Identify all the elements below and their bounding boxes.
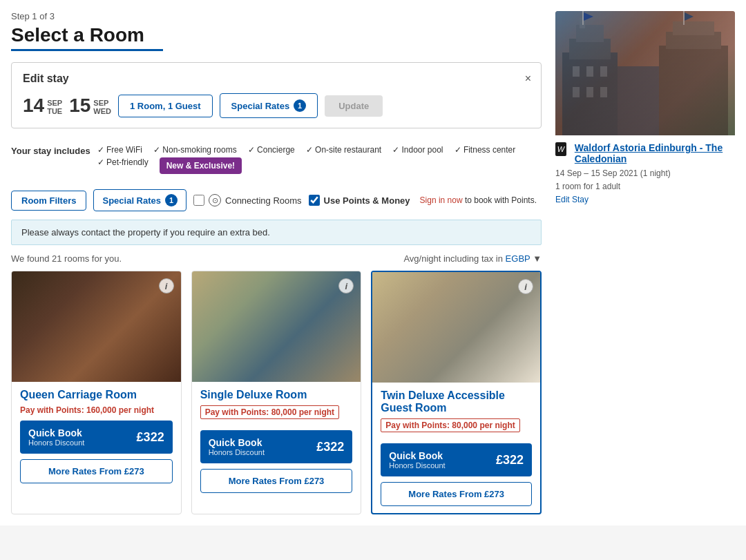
hotel-image xyxy=(555,11,735,135)
hotel-card: W Waldorf Astoria Edinburgh - The Caledo… xyxy=(555,11,735,214)
room-card-1: i Queen Carriage Room Pay with Points: 1… xyxy=(11,271,182,514)
amenity-pool: Indoor pool xyxy=(392,145,443,155)
new-exclusive-badge[interactable]: New & Exclusive! xyxy=(160,157,242,174)
stay-includes-label: Your stay includes xyxy=(11,145,90,174)
check-in-day: 14 xyxy=(23,96,44,115)
right-column: W Waldorf Astoria Edinburgh - The Caledo… xyxy=(555,11,735,514)
left-column: Step 1 of 3 Select a Room Edit stay × 14… xyxy=(11,11,542,514)
amenity-wifi: Free WiFi xyxy=(97,145,142,155)
hotel-img-bg xyxy=(555,11,735,135)
connecting-rooms-label[interactable]: ⊙ Connecting Rooms xyxy=(193,194,302,206)
use-points-checkbox[interactable] xyxy=(309,195,320,206)
edit-stay-panel: Edit stay × 14 SEP TUE 15 SEP xyxy=(11,62,542,128)
room-img-bg-2 xyxy=(192,271,361,382)
page-title: Select a Room xyxy=(11,24,542,46)
room-name-1[interactable]: Queen Carriage Room xyxy=(20,389,173,401)
svg-rect-7 xyxy=(673,21,714,35)
filters-row: Room Filters Special Rates 1 ⊙ Connectin… xyxy=(11,189,542,211)
more-rates-btn-3[interactable]: More Rates From £273 xyxy=(381,482,532,506)
connecting-rooms-icon: ⊙ xyxy=(209,194,221,206)
amenity-fitness: Fitness center xyxy=(455,145,516,155)
svg-rect-8 xyxy=(573,66,580,77)
svg-rect-11 xyxy=(573,87,580,97)
room-name-3[interactable]: Twin Deluxe Accessible Guest Room xyxy=(381,389,532,414)
special-rates-filter-badge: 1 xyxy=(165,194,178,206)
room-card-body-3: Twin Deluxe Accessible Guest Room Pay wi… xyxy=(372,383,540,513)
results-info: We found 21 rooms for you. Avg/night inc… xyxy=(11,253,542,264)
more-rates-btn-1[interactable]: More Rates From £273 xyxy=(20,459,173,483)
svg-marker-15 xyxy=(584,12,593,21)
title-underline xyxy=(11,49,163,51)
sign-in-link[interactable]: Sign in now xyxy=(420,195,463,205)
quick-book-price-1: £322 xyxy=(137,430,164,445)
amenities-row: Free WiFi Non-smoking rooms Concierge On… xyxy=(97,145,542,155)
special-rates-button[interactable]: Special Rates 1 xyxy=(220,93,318,118)
quick-book-price-3: £322 xyxy=(496,453,524,467)
currency-link[interactable]: EGBP xyxy=(506,253,530,264)
room-img-bg-1 xyxy=(12,271,181,382)
special-rates-filter-button[interactable]: Special Rates 1 xyxy=(93,189,186,211)
use-points-label: Use Points & Money xyxy=(324,195,410,206)
room-image-2: i xyxy=(192,271,361,382)
room-card-body-2: Single Deluxe Room Pay with Points: 80,0… xyxy=(192,382,361,500)
hotel-name-link[interactable]: Waldorf Astoria Edinburgh - The Caledoni… xyxy=(575,142,735,164)
amenity-pet: Pet-friendly xyxy=(97,157,149,174)
main-layout: Step 1 of 3 Select a Room Edit stay × 14… xyxy=(11,11,735,514)
svg-rect-14 xyxy=(582,11,584,25)
points-label-2: Pay with Points: 80,000 per night xyxy=(200,405,339,419)
room-name-2[interactable]: Single Deluxe Room xyxy=(200,389,353,401)
room-filters-button[interactable]: Room Filters xyxy=(11,191,86,211)
room-image-3: i xyxy=(372,272,540,383)
info-icon-1[interactable]: i xyxy=(159,278,174,293)
connecting-rooms-checkbox[interactable] xyxy=(193,195,204,206)
edit-stay-sidebar-link[interactable]: Edit Stay xyxy=(555,195,589,204)
svg-rect-9 xyxy=(586,66,593,77)
amenity-concierge: Concierge xyxy=(248,145,295,155)
room-card-2: i Single Deluxe Room Pay with Points: 80… xyxy=(191,271,362,514)
close-button[interactable]: × xyxy=(525,73,531,85)
found-rooms-text: We found 21 rooms for you. xyxy=(11,253,122,264)
quick-book-btn-1[interactable]: Quick Book Honors Discount £322 xyxy=(20,421,173,454)
update-button[interactable]: Update xyxy=(325,95,383,117)
notice-bar: Please always contact the property if yo… xyxy=(11,220,542,245)
amenities-list: Free WiFi Non-smoking rooms Concierge On… xyxy=(97,145,542,174)
amenities-row-2: Pet-friendly New & Exclusive! xyxy=(97,157,542,174)
svg-rect-4 xyxy=(618,66,659,135)
room-guest-button[interactable]: 1 Room, 1 Guest xyxy=(118,95,213,117)
svg-rect-12 xyxy=(586,87,593,97)
hotel-meta: 14 Sep – 15 Sep 2021 (1 night) 1 room fo… xyxy=(555,167,735,207)
svg-rect-16 xyxy=(683,11,685,25)
rooms-grid: i Queen Carriage Room Pay with Points: 1… xyxy=(11,271,542,514)
check-out-date: 15 SEP WED xyxy=(69,96,111,115)
svg-rect-13 xyxy=(600,87,607,97)
special-rates-badge: 1 xyxy=(294,99,306,112)
room-card-body-1: Queen Carriage Room Pay with Points: 160… xyxy=(12,382,181,490)
edit-stay-title: Edit stay xyxy=(23,73,530,85)
hotel-name-row: W Waldorf Astoria Edinburgh - The Caledo… xyxy=(555,142,735,164)
svg-rect-5 xyxy=(659,46,728,135)
avg-night-info: Avg/night including tax in EGBP ▼ xyxy=(403,253,542,264)
date-row: 14 SEP TUE 15 SEP WED 1 Room, 1 Gues xyxy=(23,93,530,118)
quick-book-btn-3[interactable]: Quick Book Honors Discount £322 xyxy=(381,443,532,476)
room-card-3: i Twin Deluxe Accessible Guest Room Pay … xyxy=(371,271,542,514)
quick-book-btn-2[interactable]: Quick Book Honors Discount £322 xyxy=(200,430,353,463)
svg-rect-3 xyxy=(580,18,585,28)
svg-rect-0 xyxy=(562,52,618,135)
page-wrapper: Step 1 of 3 Select a Room Edit stay × 14… xyxy=(0,0,746,525)
step-label: Step 1 of 3 xyxy=(11,11,542,21)
svg-marker-17 xyxy=(685,12,694,21)
points-label-3: Pay with Points: 80,000 per night xyxy=(381,418,519,432)
check-in-date: 14 SEP TUE xyxy=(23,96,62,115)
check-out-month-weekday: SEP WED xyxy=(93,96,111,115)
room-img-bg-3 xyxy=(372,272,540,383)
svg-rect-2 xyxy=(576,25,604,42)
use-points-section: Use Points & Money xyxy=(309,195,410,206)
points-label-1: Pay with Points: 160,000 per night xyxy=(20,405,173,415)
check-in-month-weekday: SEP TUE xyxy=(47,96,62,115)
stay-includes-section: Your stay includes Free WiFi Non-smoking… xyxy=(11,138,542,181)
svg-rect-10 xyxy=(600,66,607,77)
info-icon-3[interactable]: i xyxy=(518,279,533,294)
svg-rect-6 xyxy=(666,32,721,49)
hotel-logo: W xyxy=(555,142,566,156)
more-rates-btn-2[interactable]: More Rates From £273 xyxy=(200,469,353,493)
